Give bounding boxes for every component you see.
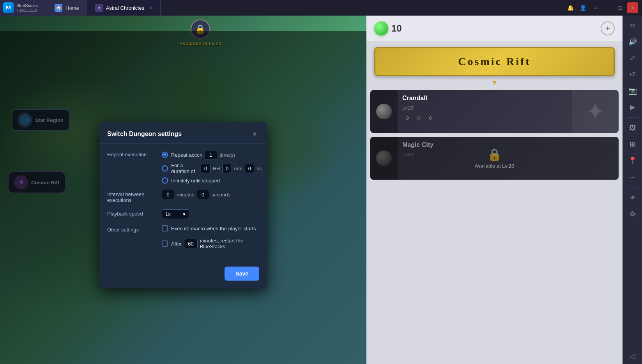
- bell-icon[interactable]: 🔔: [565, 2, 576, 13]
- modal-header: Switch Dungeon settings ×: [99, 122, 267, 144]
- right-panel-top: 10 +: [366, 16, 623, 41]
- restart-option[interactable]: After 60 minutes, restart the BlueStacks: [162, 238, 259, 249]
- restart-checkbox[interactable]: [162, 240, 168, 247]
- star-3-icon: ◇: [426, 113, 435, 122]
- magic-city-card[interactable]: Magic City Lv20 🔒 Available at Lv.20: [370, 137, 619, 180]
- ss-label: ss: [256, 166, 262, 171]
- repeat-action-label: Repeat action 1 time(s): [171, 150, 235, 159]
- restart-label: After 60 minutes, restart the BlueStacks: [171, 238, 259, 249]
- repeat-action-option[interactable]: Repeat action 1 time(s): [162, 150, 262, 159]
- repeat-action-unit: time(s): [219, 152, 235, 158]
- sidebar-rotate-icon[interactable]: ↺: [625, 67, 640, 82]
- crandall-stars: ◇ ◇ ◇: [402, 113, 567, 122]
- locked-overlay: 🔒 Available at Lv.20: [370, 137, 619, 180]
- app-logo: BS BlueStacks 4.150.1.1118: [0, 0, 47, 16]
- sidebar-brightness-icon[interactable]: ☀: [625, 190, 640, 205]
- dropdown-arrow-icon: ▾: [183, 211, 186, 217]
- sidebar-image-icon[interactable]: 🖼: [625, 120, 640, 136]
- speed-value: 1x: [165, 211, 171, 217]
- tab-close-icon[interactable]: ×: [150, 5, 152, 11]
- user-icon[interactable]: 👤: [577, 2, 588, 13]
- sidebar-back-icon[interactable]: ◁: [625, 348, 640, 364]
- banner-arrow-icon: ▼: [366, 79, 623, 87]
- seconds-label: seconds: [212, 192, 230, 198]
- close-button[interactable]: ×: [627, 2, 638, 13]
- interval-seconds-input[interactable]: 0: [197, 190, 209, 199]
- interval-row: Interval between executions 0 minutes 0 …: [107, 190, 259, 203]
- execute-macro-checkbox[interactable]: [162, 225, 168, 231]
- cosmic-rift-banner[interactable]: Cosmic Rift: [374, 47, 615, 76]
- app-name: BlueStacks: [16, 3, 38, 8]
- maximize-button[interactable]: □: [615, 2, 626, 13]
- other-settings-label: Other settings: [107, 225, 162, 233]
- minimize-button[interactable]: −: [602, 2, 613, 13]
- sidebar-expand2-icon[interactable]: ⤢: [625, 50, 640, 66]
- interval-label: Interval between executions: [107, 190, 162, 203]
- other-settings-controls: Execute macro when the player starts Aft…: [162, 225, 259, 253]
- execute-macro-option[interactable]: Execute macro when the player starts: [162, 225, 259, 231]
- sidebar-layers-icon[interactable]: ⊞: [625, 136, 640, 152]
- bluestacks-icon: BS: [3, 2, 14, 13]
- gem-counter: 10: [374, 21, 402, 35]
- switch-dungeon-modal: Switch Dungeon settings × Repeat executi…: [99, 122, 267, 288]
- right-sidebar: ⇔ 🔊 ⤢ ↺ 📷 ▶ 🖼 ⊞ 📍 ⋯ ☀ ⚙ ◁: [623, 0, 642, 364]
- playback-speed-label: Playback speed: [107, 209, 162, 217]
- crandall-art-icon: ✦: [585, 98, 605, 125]
- modal-body: Repeat execution Repeat action 1 time(s): [99, 144, 267, 267]
- repeat-action-radio[interactable]: [162, 152, 168, 158]
- playback-speed-row: Playback speed 1x ▾: [107, 209, 259, 219]
- infinitely-label: Infinitely until stopped: [171, 178, 220, 184]
- execute-macro-label: Execute macro when the player starts: [171, 226, 256, 231]
- minutes-label: minutes: [177, 192, 195, 198]
- save-button[interactable]: Save: [225, 267, 259, 281]
- crandall-level: Lv10: [402, 105, 567, 111]
- crandall-card[interactable]: Crandall Lv10 ◇ ◇ ◇ ✦: [370, 90, 619, 133]
- repeat-execution-controls: Repeat action 1 time(s) For a duration o…: [162, 150, 262, 184]
- app-version: 4.150.1.1118: [16, 9, 38, 12]
- tab-home[interactable]: 🏠 Home: [47, 0, 87, 16]
- add-gems-button[interactable]: +: [601, 21, 615, 35]
- modal-title: Switch Dungeon settings: [107, 131, 182, 138]
- duration-mm-input[interactable]: 0: [222, 164, 232, 173]
- interval-controls: 0 minutes 0 seconds: [162, 190, 259, 199]
- modal-close-button[interactable]: ×: [250, 129, 259, 139]
- infinitely-radio[interactable]: [162, 177, 168, 184]
- sidebar-settings-icon[interactable]: ⚙: [625, 206, 640, 222]
- for-duration-option[interactable]: For a duration of 0 HH 0 mm 0 ss: [162, 163, 262, 174]
- sidebar-volume-icon[interactable]: 🔊: [625, 34, 640, 49]
- playback-speed-select[interactable]: 1x ▾: [162, 209, 189, 219]
- game-tab-label: Astral Chronicles: [106, 5, 144, 11]
- repeat-action-input[interactable]: 1: [205, 150, 217, 159]
- crandall-art: ✦: [572, 90, 619, 133]
- sidebar-screenshot-icon[interactable]: 📷: [625, 83, 640, 99]
- home-icon: 🏠: [55, 4, 62, 12]
- interval-inputs: 0 minutes 0 seconds: [162, 190, 259, 199]
- repeat-execution-row: Repeat execution Repeat action 1 time(s): [107, 150, 259, 184]
- modal-footer: Save: [99, 267, 267, 288]
- for-duration-radio[interactable]: [162, 165, 168, 171]
- menu-icon[interactable]: ≡: [590, 2, 601, 13]
- duration-hh-input[interactable]: 0: [201, 164, 210, 173]
- titlebar-actions: 🔔 👤 ≡ − □ ×: [561, 2, 642, 13]
- sidebar-more-icon[interactable]: ⋯: [625, 169, 640, 185]
- magic-city-locked-text: Available at Lv.20: [475, 163, 514, 169]
- game-tab-icon: ✦: [95, 4, 103, 12]
- hh-label: HH: [213, 166, 220, 171]
- other-settings-row: Other settings Execute macro when the pl…: [107, 225, 259, 253]
- star-2-icon: ◇: [414, 113, 423, 122]
- playback-speed-controls: 1x ▾: [162, 209, 259, 219]
- interval-minutes-input[interactable]: 0: [162, 190, 174, 199]
- right-panel: 10 + Cosmic Rift ▼ Crandall Lv10 ◇ ◇ ◇ ✦…: [366, 16, 623, 364]
- sidebar-video-icon[interactable]: ▶: [625, 99, 640, 115]
- duration-ss-input[interactable]: 0: [245, 164, 254, 173]
- sidebar-expand-icon[interactable]: ⇔: [625, 18, 640, 33]
- crandall-name: Crandall: [402, 95, 567, 102]
- sidebar-divider-2: [627, 187, 638, 187]
- tab-game[interactable]: ✦ Astral Chronicles ×: [87, 0, 161, 16]
- game-area: 🔒 Available at Lv.20 🌐 Star Region ✦ Cos…: [0, 16, 366, 364]
- crandall-icon: [370, 90, 398, 133]
- sidebar-location-icon[interactable]: 📍: [625, 153, 640, 168]
- restart-minutes-input[interactable]: 60: [184, 239, 197, 248]
- mm-label: mm: [234, 166, 243, 171]
- infinitely-option[interactable]: Infinitely until stopped: [162, 177, 262, 184]
